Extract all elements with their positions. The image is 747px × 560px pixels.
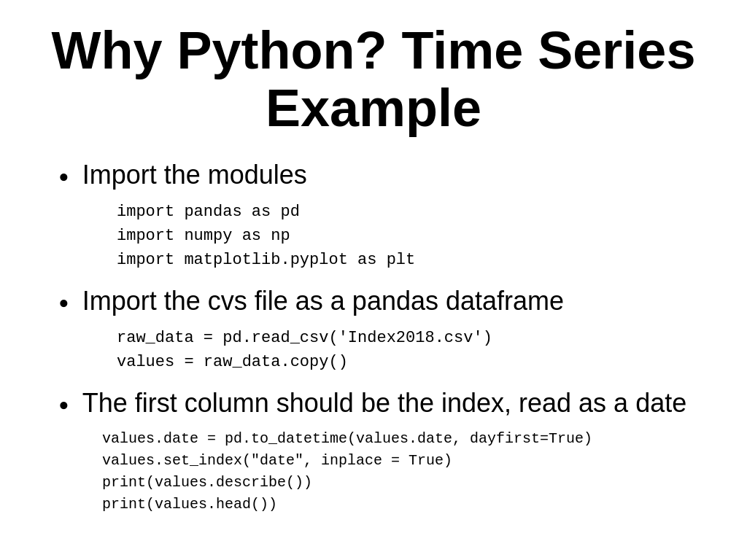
code-block-2: raw_data = pd.read_csv('Index2018.csv') … — [117, 326, 703, 374]
bullet-icon-1: • — [58, 162, 69, 192]
content-area: • Import the modules import pandas as pd… — [44, 159, 703, 516]
bullet-item-1: • Import the modules — [58, 159, 703, 192]
code-block-1: import pandas as pd import numpy as np i… — [117, 200, 703, 272]
bullet-text-2: Import the cvs file as a pandas datafram… — [82, 285, 564, 316]
code-block-3: values.date = pd.to_datetime(values.date… — [102, 428, 703, 516]
bullet-icon-3: • — [58, 390, 69, 421]
slide-container: Why Python? Time Series Example • Import… — [44, 22, 703, 516]
bullet-item-2: • Import the cvs file as a pandas datafr… — [58, 285, 703, 319]
slide-title: Why Python? Time Series Example — [44, 22, 703, 137]
bullet-text-3: The first column should be the index, re… — [82, 387, 687, 419]
bullet-text-1: Import the modules — [82, 159, 307, 190]
bullet-item-3: • The first column should be the index, … — [58, 387, 703, 421]
bullet-icon-2: • — [58, 288, 69, 319]
